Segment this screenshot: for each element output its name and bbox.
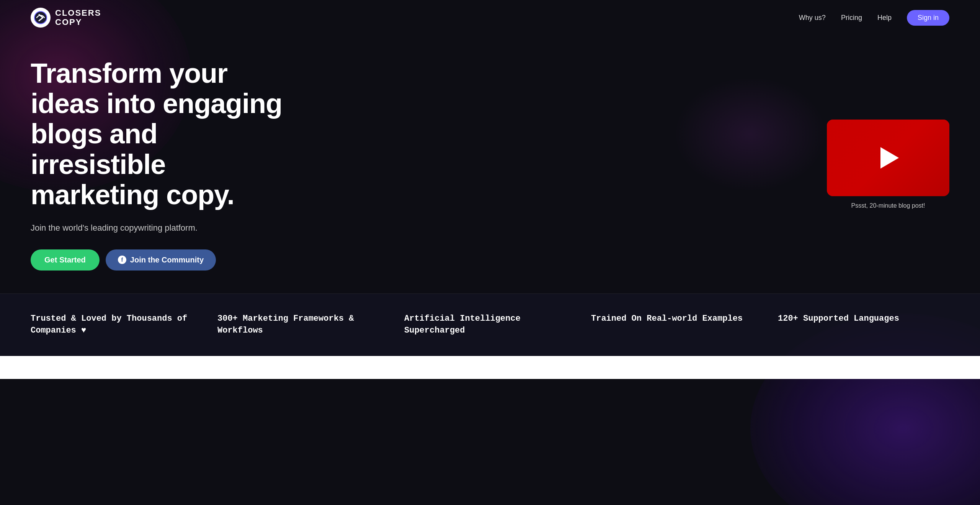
feature-frameworks: 300+ Marketing Frameworks & Workflows <box>217 313 389 337</box>
nav-why-us[interactable]: Why us? <box>799 14 826 22</box>
sign-in-button[interactable]: Sign in <box>907 10 949 26</box>
feature-examples: Trained On Real-world Examples <box>591 313 763 325</box>
play-icon <box>880 147 899 169</box>
video-thumbnail[interactable] <box>827 120 949 196</box>
logo-icon <box>31 8 51 28</box>
bottom-curve <box>0 356 980 379</box>
logo[interactable]: CLOSERS COPY <box>31 8 101 28</box>
hero-content: Transform your ideas into engaging blogs… <box>31 58 299 271</box>
logo-text: CLOSERS COPY <box>55 8 101 27</box>
feature-trusted: Trusted & Loved by Thousands of Companie… <box>31 313 202 337</box>
navigation: CLOSERS COPY Why us? Pricing Help Sign i… <box>0 0 980 35</box>
features-strip: Trusted & Loved by Thousands of Companie… <box>0 293 980 356</box>
feature-ai: Artificial Intelligence Supercharged <box>404 313 576 337</box>
join-community-button[interactable]: f Join the Community <box>106 249 216 271</box>
hero-title: Transform your ideas into engaging blogs… <box>31 58 299 210</box>
video-caption: Pssst, 20-minute blog post! <box>851 202 925 209</box>
facebook-icon: f <box>118 256 126 264</box>
hero-video: Pssst, 20-minute blog post! <box>827 120 949 209</box>
hero-section: Transform your ideas into engaging blogs… <box>0 35 980 286</box>
nav-help[interactable]: Help <box>877 14 892 22</box>
feature-languages: 120+ Supported Languages <box>778 313 949 325</box>
hero-subtitle: Join the world's leading copywriting pla… <box>31 221 299 234</box>
get-started-button[interactable]: Get Started <box>31 249 100 271</box>
hero-buttons: Get Started f Join the Community <box>31 249 299 271</box>
nav-pricing[interactable]: Pricing <box>841 14 862 22</box>
nav-links: Why us? Pricing Help Sign in <box>799 10 949 26</box>
